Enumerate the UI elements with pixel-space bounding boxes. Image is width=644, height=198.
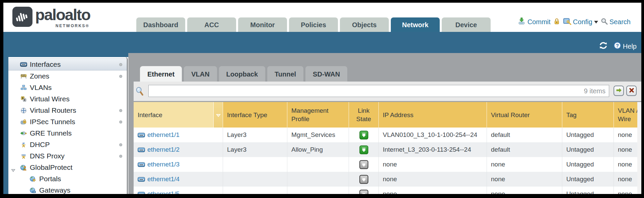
sidebar-item-gateways[interactable]: Gateways [8, 185, 127, 194]
cell-interface-type [223, 187, 287, 194]
brand-logo: paloalto NETWORKS® [12, 6, 90, 28]
interface-port-icon [138, 192, 145, 194]
table-right-edge [637, 102, 641, 194]
column-header-interface[interactable]: Interface [134, 102, 223, 128]
expand-caret-icon[interactable] [11, 166, 15, 174]
cell-interface-type [223, 172, 287, 187]
cell-management-profile: Mgmt_Services [287, 128, 349, 142]
cell-vlan-wire: none [614, 157, 637, 172]
tab-dashboard[interactable]: Dashboard [136, 17, 185, 32]
apply-filter-button[interactable] [614, 86, 624, 96]
cell-interface-type: Layer3 [223, 128, 287, 142]
cell-ip-address: none [379, 187, 487, 194]
sidebar-item-ipsec-tunnels[interactable]: IPSec Tunnels [8, 116, 127, 128]
interface-link[interactable]: ethernet1/5 [147, 190, 180, 194]
tab-network[interactable]: Network [391, 17, 440, 32]
tab-objects[interactable]: Objects [340, 17, 389, 32]
subtab-vlan[interactable]: VLAN [184, 66, 217, 82]
cell-management-profile [287, 187, 349, 194]
tab-policies[interactable]: Policies [289, 17, 338, 32]
config-button[interactable]: Config [563, 17, 598, 27]
sidebar-item-label: Interfaces [30, 60, 61, 68]
search-button[interactable]: Search [601, 18, 631, 27]
commit-button[interactable]: Commit [517, 17, 551, 27]
sidebar-item-virtual-wires[interactable]: Virtual Wires [8, 93, 127, 105]
screen: paloalto NETWORKS® DashboardACCMonitorPo… [0, 0, 644, 198]
tab-device[interactable]: Device [442, 17, 491, 32]
cell-management-profile [287, 172, 349, 187]
cell-interface: ethernet1/2 [134, 142, 223, 157]
ipsec-tunnels-icon [19, 119, 28, 125]
gre-tunnels-icon [19, 131, 28, 136]
lock-button[interactable] [553, 18, 560, 27]
cell-ip-address: Internet_L3_203-0-113-254--24 [379, 142, 487, 157]
cell-interface-type: Layer3 [223, 142, 287, 157]
app-window: paloalto NETWORKS® DashboardACCMonitorPo… [3, 3, 641, 194]
column-header-text: Interface Type [227, 111, 283, 119]
table-row: ethernet1/4nonenoneUntaggednone [134, 172, 637, 187]
sidebar-item-dhcp[interactable]: IPDHCP [8, 139, 127, 150]
sidebar-item-portals[interactable]: Portals [8, 173, 127, 185]
sidebar-item-vlans[interactable]: VLANs [8, 82, 127, 93]
subtab-loopback[interactable]: Loopback [219, 66, 265, 82]
cell-management-profile: Allow_Ping [287, 142, 349, 157]
item-dot [119, 63, 122, 66]
column-header-vr[interactable]: Virtual Router [487, 102, 562, 128]
column-header-tag[interactable]: Tag [562, 102, 614, 128]
sidebar-item-globalprotect[interactable]: GlobalProtect [8, 162, 127, 173]
sidebar-item-interfaces[interactable]: Interfaces [8, 58, 127, 70]
table-row: ethernet1/5nonenoneUntaggednone [134, 187, 637, 194]
cell-virtual-router: none [487, 187, 562, 194]
config-icon [563, 17, 571, 27]
clear-filter-button[interactable] [626, 86, 637, 96]
filter-input[interactable] [149, 86, 584, 96]
column-header-type[interactable]: Interface Type [223, 102, 287, 128]
interface-link[interactable]: ethernet1/1 [147, 131, 180, 139]
tab-acc[interactable]: ACC [187, 17, 236, 32]
help-button[interactable]: ? Help [613, 41, 637, 51]
cell-virtual-router: none [487, 157, 562, 172]
cell-ip-address: VLAN0100_L3_10-1-100-254--24 [379, 128, 487, 142]
column-header-vlan[interactable]: VLAN / VWire [614, 102, 637, 128]
sidebar-item-zones[interactable]: Zones [8, 70, 127, 82]
column-header-text: Link [358, 106, 370, 115]
column-header-ip[interactable]: IP Address [379, 102, 487, 128]
sidebar-item-label: Virtual Routers [30, 106, 76, 114]
cell-management-profile [287, 157, 349, 172]
interface-link[interactable]: ethernet1/4 [147, 176, 180, 183]
brand-text: paloalto NETWORKS® [35, 6, 90, 23]
items-count: 9 items [584, 87, 609, 95]
column-header-text: Interface [138, 111, 210, 119]
subtab-ethernet[interactable]: Ethernet [140, 66, 182, 82]
interface-link[interactable]: ethernet1/3 [147, 161, 180, 168]
sidebar-item-virtual-routers[interactable]: Virtual Routers [8, 105, 127, 116]
header: paloalto NETWORKS® DashboardACCMonitorPo… [3, 3, 641, 32]
cell-virtual-router: none [487, 172, 562, 187]
green-arrow-icon [616, 88, 622, 94]
gateways-icon [28, 188, 37, 193]
filter-field: 9 items [148, 85, 609, 97]
subtab-sd-wan[interactable]: SD-WAN [305, 66, 347, 82]
commit-label: Commit [527, 18, 551, 26]
brand-name: paloalto [35, 6, 90, 23]
cell-virtual-router: default [487, 128, 562, 142]
column-header-mgmt[interactable]: ManagementProfile [287, 102, 349, 128]
cell-vlan-wire: none [614, 172, 637, 187]
sort-dropdown-button[interactable] [213, 102, 223, 128]
sidebar-item-gre-tunnels[interactable]: GRE Tunnels [8, 128, 127, 139]
cell-interface: ethernet1/3 [134, 157, 223, 172]
sidebar-item-dns-proxy[interactable]: DNSDNS Proxy [8, 150, 127, 162]
column-header-link[interactable]: LinkState [349, 102, 379, 128]
subtab-tunnel[interactable]: Tunnel [267, 66, 303, 82]
paloalto-logo-icon [12, 7, 32, 28]
tab-monitor[interactable]: Monitor [238, 17, 287, 32]
cell-link-state [349, 187, 379, 194]
interface-link[interactable]: ethernet1/2 [147, 146, 180, 153]
refresh-button[interactable] [599, 42, 608, 51]
cell-tag: Untagged [562, 128, 614, 142]
cell-virtual-router: default [487, 142, 562, 157]
item-dot [119, 109, 122, 112]
vlans-icon [19, 85, 28, 90]
filter-magnifier-icon [135, 87, 144, 97]
sidebar-top-gap [3, 53, 128, 57]
